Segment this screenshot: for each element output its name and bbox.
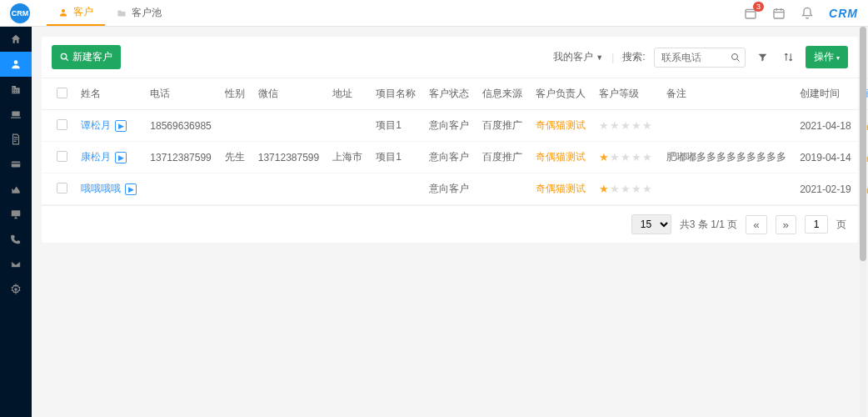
col-level: 客户等级 — [592, 78, 660, 110]
user-icon — [58, 8, 68, 18]
sidebar-item-phone[interactable] — [0, 227, 32, 252]
svg-point-8 — [731, 53, 737, 59]
sidebar-item-laptop[interactable] — [0, 102, 32, 127]
page-number-input[interactable] — [805, 215, 828, 234]
table-row: 哦哦哦哦 ▶意向客户奇偶猫测试★★★★★2021-02-19🔒1/61📌⧉ — [42, 173, 868, 205]
cell-source: 百度推广 — [476, 110, 529, 142]
toolbar-right: 我的客户 ▼ | 搜索: 操作 — [553, 46, 848, 68]
col-created: 创建时间 — [793, 78, 857, 110]
svg-rect-4 — [12, 162, 21, 168]
row-checkbox[interactable] — [57, 151, 67, 162]
svg-point-7 — [61, 53, 66, 58]
cell-address — [326, 173, 369, 205]
building-icon — [10, 83, 22, 95]
call-icon[interactable]: ▶ — [125, 183, 137, 195]
star-icon[interactable]: ★ — [621, 183, 631, 195]
star-icon[interactable]: ★ — [599, 119, 610, 132]
filter-button[interactable] — [754, 48, 771, 66]
calendar-badge-icon[interactable]: 3 — [744, 7, 757, 20]
cell-project: 项目1 — [369, 110, 422, 142]
owner-link[interactable]: 奇偶猫测试 — [536, 183, 586, 194]
search-label: 搜索: — [622, 50, 645, 64]
prev-page-button[interactable]: « — [746, 215, 766, 234]
sort-button[interactable] — [780, 48, 797, 66]
col-source: 信息来源 — [476, 78, 529, 110]
sidebar-item-document[interactable] — [0, 127, 32, 152]
scrollbar-thumb[interactable] — [860, 27, 866, 253]
col-phone: 电话 — [143, 78, 217, 110]
star-icon[interactable]: ★ — [610, 183, 621, 195]
customer-name-link[interactable]: 康松月 — [81, 151, 111, 163]
star-icon[interactable]: ★ — [631, 183, 642, 195]
tab-customer-pool[interactable]: 客户池 — [105, 0, 173, 26]
page-size-select[interactable]: 15 — [631, 214, 671, 234]
cell-status: 意向客户 — [422, 142, 476, 173]
action-dropdown-button[interactable]: 操作 ▾ — [806, 46, 848, 68]
sidebar — [0, 27, 32, 253]
star-icon[interactable]: ★ — [621, 119, 631, 132]
row-checkbox[interactable] — [57, 119, 67, 130]
col-address: 地址 — [326, 78, 369, 110]
scrollbar[interactable] — [860, 27, 866, 253]
customer-name-link[interactable]: 哦哦哦哦 — [81, 183, 121, 194]
cell-source: 百度推广 — [476, 142, 529, 173]
tab-customer[interactable]: 客户 — [47, 0, 105, 26]
sidebar-item-home[interactable] — [0, 27, 32, 52]
new-customer-button[interactable]: 新建客户 — [52, 45, 121, 69]
cell-status: 意向客户 — [422, 173, 476, 205]
sidebar-item-card[interactable] — [0, 152, 32, 177]
cell-remark — [660, 173, 793, 205]
star-icon[interactable]: ★ — [621, 151, 631, 163]
call-icon[interactable]: ▶ — [115, 152, 127, 163]
sidebar-item-building[interactable] — [0, 77, 32, 102]
cell-status: 意向客户 — [422, 110, 476, 142]
star-icon[interactable]: ★ — [631, 151, 642, 163]
cell-level: ★★★★★ — [592, 142, 660, 173]
next-page-button[interactable]: » — [776, 215, 796, 234]
sidebar-item-mail[interactable] — [0, 252, 32, 253]
sidebar-item-monitor[interactable] — [0, 202, 32, 227]
pagination-summary: 共3 条 1/1 页 — [680, 218, 737, 232]
col-gender: 性别 — [218, 78, 252, 110]
owner-link[interactable]: 奇偶猫测试 — [536, 151, 586, 163]
col-remark: 备注 — [660, 78, 793, 110]
row-checkbox[interactable] — [57, 183, 67, 193]
cell-created: 2019-04-14 — [793, 142, 857, 173]
sidebar-item-chart[interactable] — [0, 177, 32, 202]
col-name: 姓名 — [74, 78, 143, 110]
table-row: 康松月 ▶13712387599先生13712387599上海市项目1意向客户百… — [42, 142, 868, 173]
cell-project — [369, 173, 422, 205]
star-icon[interactable]: ★ — [599, 151, 610, 163]
customer-card: 新建客户 我的客户 ▼ | 搜索: — [42, 37, 858, 243]
star-icon[interactable]: ★ — [631, 119, 642, 132]
calendar-icon[interactable] — [772, 7, 786, 20]
pagination: 15 共3 条 1/1 页 « » 页 — [42, 205, 858, 243]
sidebar-item-customer[interactable] — [0, 52, 32, 77]
table-row: 谭松月 ▶18569636985项目1意向客户百度推广奇偶猫测试★★★★★202… — [42, 110, 868, 142]
svg-rect-2 — [774, 9, 784, 18]
cell-gender — [218, 110, 252, 142]
phone-icon — [10, 234, 22, 245]
star-icon[interactable]: ★ — [642, 119, 653, 132]
col-project: 项目名称 — [369, 78, 422, 110]
header-right: 3 CRM — [744, 7, 858, 20]
cell-remark: 肥嘟嘟多多多多多多多多多 — [660, 142, 793, 173]
tab-label: 客户池 — [132, 6, 162, 20]
call-icon[interactable]: ▶ — [115, 120, 127, 132]
my-customer-dropdown[interactable]: 我的客户 ▼ — [553, 50, 603, 64]
search-button[interactable] — [731, 53, 741, 63]
star-icon[interactable]: ★ — [610, 151, 621, 163]
star-icon[interactable]: ★ — [610, 119, 621, 132]
cell-created: 2021-04-18 — [793, 110, 857, 142]
owner-link[interactable]: 奇偶猫测试 — [536, 119, 586, 131]
search-icon — [60, 53, 69, 62]
cell-wechat: 13712387599 — [252, 142, 326, 173]
chevron-down-icon: ▼ — [596, 53, 603, 62]
star-icon[interactable]: ★ — [599, 183, 610, 195]
customer-name-link[interactable]: 谭松月 — [81, 119, 111, 131]
star-icon[interactable]: ★ — [642, 183, 653, 195]
bell-icon[interactable] — [801, 7, 814, 20]
star-icon[interactable]: ★ — [642, 151, 653, 163]
notification-badge: 3 — [753, 2, 764, 12]
select-all-checkbox[interactable] — [57, 88, 67, 98]
